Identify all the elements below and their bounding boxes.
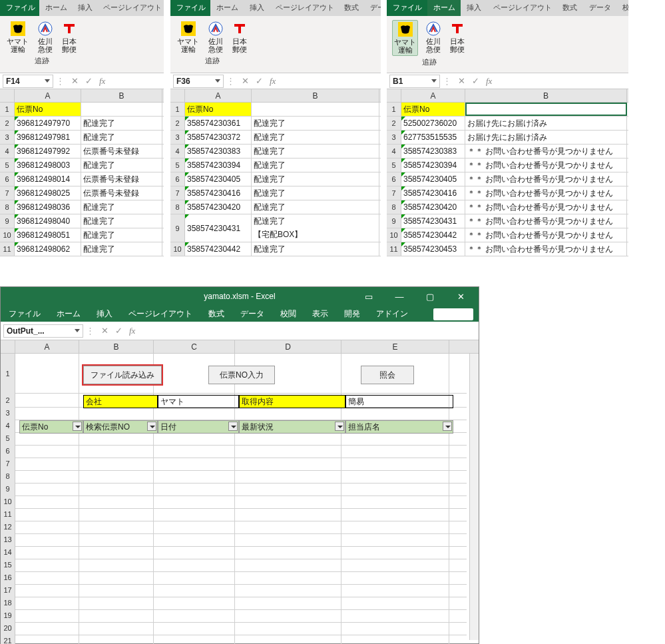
cell[interactable] (235, 444, 341, 458)
tab-home[interactable]: ホーム (210, 0, 244, 16)
tab-4[interactable]: 数式 (200, 306, 232, 322)
row-header[interactable]: 17 (1, 583, 15, 597)
cell[interactable]: ＊＊ お問い合わせ番号が見つかりません (465, 228, 627, 242)
fx-icon[interactable]: fx (486, 76, 492, 87)
cell[interactable] (341, 482, 449, 495)
cell[interactable] (341, 444, 449, 458)
cell[interactable]: 358574230405 (401, 172, 465, 186)
carrier-jpost[interactable]: 日本 郵便 (61, 20, 78, 55)
cell[interactable] (79, 470, 154, 483)
cell[interactable] (235, 583, 341, 597)
cell[interactable] (341, 571, 449, 584)
cell[interactable] (79, 432, 154, 445)
cell[interactable] (79, 558, 154, 571)
row-header[interactable]: 2 (0, 117, 15, 130)
cell[interactable] (15, 482, 79, 495)
cell[interactable] (79, 596, 154, 609)
filter-icon[interactable] (147, 422, 156, 431)
tab-insert[interactable]: 挿入 (244, 0, 270, 16)
row-header[interactable]: 9 (1, 482, 15, 495)
row-header[interactable]: 2 (387, 117, 401, 130)
cell[interactable] (79, 406, 154, 420)
cell[interactable] (154, 495, 235, 508)
tab-0[interactable]: ファイル (1, 306, 49, 322)
tab-layout[interactable]: ページレイアウト (487, 0, 556, 16)
tab-3[interactable]: ページレイアウト (120, 306, 200, 322)
cell[interactable] (154, 482, 235, 495)
cell[interactable]: 伝票番号未登録 (81, 186, 162, 200)
cell[interactable]: 伝票番号未登録 (81, 172, 162, 186)
row-header[interactable]: 3 (1, 406, 15, 420)
cell[interactable]: 627753515535 (401, 131, 465, 144)
cell[interactable]: ＊＊ お問い合わせ番号が見つかりません (465, 200, 627, 214)
tab-formula[interactable]: 数式 (338, 0, 364, 16)
col-store[interactable]: 担当店名 (345, 420, 453, 434)
tab-2[interactable]: 挿入 (89, 306, 120, 322)
tab-6[interactable]: 校閲 (272, 306, 304, 322)
cell[interactable]: 358574230420 (401, 200, 465, 214)
carrier-yamato[interactable]: ヤマト 運輸 (176, 20, 200, 55)
cell[interactable] (341, 406, 449, 420)
tab-file[interactable]: ファイル (0, 0, 39, 16)
select-all-corner[interactable] (0, 89, 15, 102)
col-header-a[interactable]: A (401, 89, 465, 102)
tab-layout[interactable]: ページレイアウト (97, 0, 164, 16)
cell[interactable] (79, 482, 154, 495)
name-box-bottom[interactable]: OutPut_... (3, 324, 83, 338)
row-header[interactable]: 3 (170, 131, 185, 144)
row-header[interactable]: 11 (0, 242, 15, 256)
tab-1[interactable]: ホーム (49, 306, 89, 322)
cell[interactable] (154, 457, 235, 470)
close-button[interactable]: ✕ (445, 287, 476, 306)
cell[interactable] (154, 533, 235, 546)
cell[interactable]: 配達完了 (252, 117, 379, 130)
tab-insert[interactable]: 挿入 (72, 0, 97, 16)
row-header[interactable]: 10 (1, 495, 15, 508)
cell[interactable]: 358574230416 (185, 186, 252, 200)
cell[interactable]: 配達完了 (81, 214, 162, 228)
cell[interactable] (79, 583, 154, 597)
row-header[interactable]: 9 (170, 214, 185, 242)
cell[interactable] (341, 507, 449, 521)
cell[interactable] (235, 482, 341, 495)
tab-home[interactable]: ホーム (427, 0, 461, 16)
row-header[interactable]: 3 (387, 131, 401, 144)
row-header[interactable]: 7 (1, 457, 15, 470)
row-header[interactable]: 15 (1, 558, 15, 571)
cell[interactable]: 配達完了 (252, 200, 379, 214)
col-header-b[interactable]: B (79, 340, 154, 353)
cell[interactable] (235, 457, 341, 470)
cell[interactable] (235, 634, 341, 644)
cell[interactable]: ＊＊ お問い合わせ番号が見つかりません (465, 242, 627, 256)
cell[interactable] (15, 545, 79, 559)
cell[interactable] (235, 571, 341, 584)
row-header[interactable]: 11 (387, 242, 401, 256)
cell[interactable]: 358574230442 (185, 242, 252, 256)
row-header[interactable]: 8 (170, 200, 185, 214)
row-header[interactable]: 4 (387, 145, 401, 158)
row-header[interactable]: 6 (170, 172, 185, 186)
cell[interactable] (341, 596, 449, 609)
cell[interactable]: 358574230372 (185, 131, 252, 144)
cell[interactable]: 358574230383 (401, 145, 465, 158)
cell[interactable] (341, 609, 449, 622)
name-box-p3[interactable]: B1 (389, 75, 440, 88)
row-header[interactable]: 21 (1, 634, 15, 644)
row-header[interactable]: 7 (170, 186, 185, 200)
cell[interactable]: 525002736020 (401, 117, 465, 130)
cell[interactable] (154, 444, 235, 458)
cell[interactable] (341, 558, 449, 571)
cell[interactable] (15, 634, 79, 644)
cell[interactable] (235, 406, 341, 420)
vertical-scrollbar[interactable] (469, 354, 479, 640)
cell[interactable] (15, 394, 79, 407)
row-header[interactable]: 13 (1, 533, 15, 546)
cell[interactable] (154, 621, 235, 635)
row-header[interactable]: 8 (387, 200, 401, 214)
tab-formula[interactable]: 数式 (556, 0, 583, 16)
row-header[interactable]: 14 (1, 545, 15, 559)
row-header[interactable]: 19 (1, 609, 15, 622)
col-header-e[interactable]: E (341, 340, 449, 353)
cell[interactable]: 伝票No (401, 103, 465, 116)
cell[interactable] (79, 444, 154, 458)
